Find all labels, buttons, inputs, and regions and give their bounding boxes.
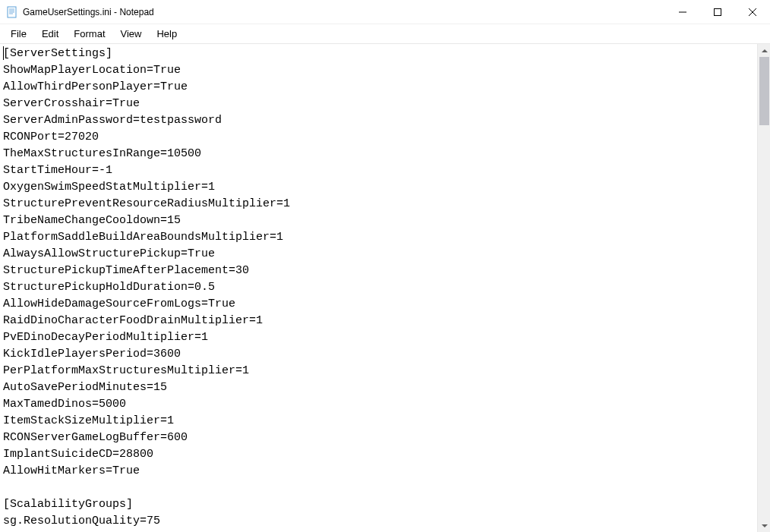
menu-help[interactable]: Help	[149, 26, 185, 42]
svg-marker-10	[762, 524, 768, 527]
menu-edit[interactable]: Edit	[34, 26, 66, 42]
menu-view[interactable]: View	[113, 26, 150, 42]
menubar: File Edit Format View Help	[0, 24, 770, 44]
text-editor[interactable]: [ServerSettings] ShowMapPlayerLocation=T…	[0, 44, 757, 532]
scroll-up-arrow-icon[interactable]	[758, 44, 770, 57]
editor-container: [ServerSettings] ShowMapPlayerLocation=T…	[0, 44, 770, 532]
vertical-scrollbar[interactable]	[757, 44, 770, 532]
text-caret	[3, 46, 4, 60]
svg-marker-9	[762, 49, 768, 52]
scroll-down-arrow-icon[interactable]	[758, 519, 770, 532]
scroll-thumb[interactable]	[759, 57, 769, 125]
menu-format[interactable]: Format	[66, 26, 112, 42]
window-title: GameUserSettings.ini - Notepad	[23, 7, 665, 17]
minimize-button[interactable]	[665, 0, 700, 24]
window-controls	[665, 0, 770, 24]
maximize-button[interactable]	[700, 0, 735, 24]
titlebar[interactable]: GameUserSettings.ini - Notepad	[0, 0, 770, 24]
svg-rect-6	[715, 8, 721, 15]
menu-file[interactable]: File	[3, 26, 34, 42]
notepad-icon	[6, 6, 18, 18]
close-button[interactable]	[735, 0, 770, 24]
